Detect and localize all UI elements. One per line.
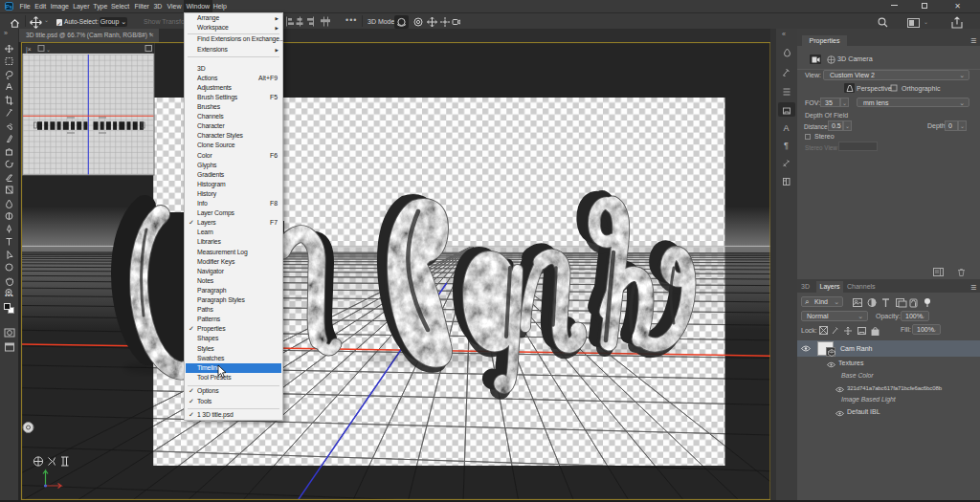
svg-text:¶: ¶ — [784, 141, 789, 150]
svg-text:A: A — [784, 123, 790, 133]
svg-text:|×: |× — [26, 46, 32, 54]
svg-text:⌄: ⌄ — [46, 47, 51, 53]
